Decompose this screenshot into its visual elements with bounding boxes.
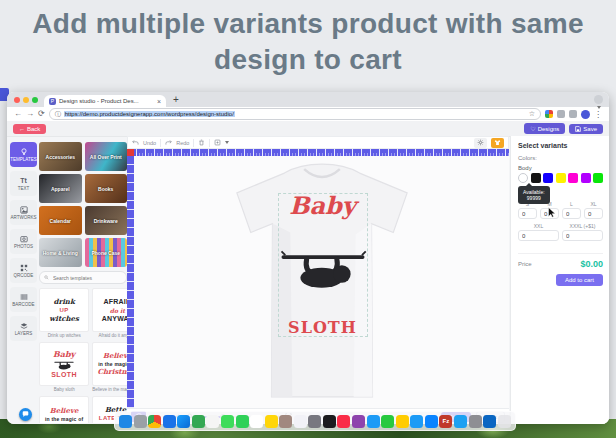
size-qty-s[interactable] [518,208,537,219]
trash-icon[interactable] [498,415,511,428]
templates-panel: Accessories All Over Print Apparel Books… [39,142,127,423]
template-afraid-do-it-anyway[interactable]: AFRAID do it ANYWAY Afraid do it anyway [92,288,127,339]
safari-icon[interactable] [177,415,190,428]
back-nav-icon[interactable]: ← [14,109,22,119]
white-swatch[interactable] [518,173,528,183]
rail-item-text[interactable]: Tt TEXT [10,171,37,196]
black-swatch[interactable] [531,173,541,183]
sloth-graphic[interactable] [279,221,367,317]
profile-avatar[interactable] [581,110,590,119]
category-books[interactable]: Books [85,174,128,203]
magenta-swatch[interactable] [568,173,578,183]
filezilla-icon[interactable]: Fz [439,415,452,428]
undo-icon[interactable] [132,139,139,146]
save-button[interactable]: Save [569,124,603,134]
bookmark-star-icon[interactable]: ☆ [529,110,535,118]
design-text-sloth[interactable]: SLOTH [288,320,357,336]
pencil-icon[interactable] [396,415,409,428]
mail-icon[interactable] [163,415,176,428]
chrome-icon[interactable] [148,415,161,428]
twitter-icon[interactable] [454,415,467,428]
site-info-icon[interactable]: ⓘ [55,110,61,119]
fit-icon[interactable] [214,139,221,146]
browser-menu-icon[interactable]: ⋮ [594,110,602,119]
calendar-icon[interactable] [250,415,263,428]
trash-icon[interactable] [198,139,205,146]
outlook-icon[interactable] [483,415,496,428]
size-qty-xxl[interactable] [518,230,559,241]
close-tab-icon[interactable]: × [157,98,161,105]
template-believe-magic-christmas-1[interactable]: Believe in the magic of Christmas Believ… [92,342,127,393]
rail-item-photos[interactable]: PHOTOS [10,229,37,254]
search-input[interactable] [51,274,122,282]
tool-rail: TEMPLATES Tt TEXT ARTWORKS PHOTOS QRCODE… [10,142,37,341]
redo-icon[interactable] [165,139,172,146]
rail-item-artworks[interactable]: ARTWORKS [10,200,37,225]
forward-nav-icon[interactable]: → [26,109,34,119]
maps-icon[interactable] [192,415,205,428]
browser-tab[interactable]: P Design studio - Product Des... × [44,95,166,107]
switch-product-button[interactable] [491,138,504,148]
minimize-window-icon[interactable] [23,97,29,103]
new-tab-button[interactable]: + [173,94,179,106]
photos-icon[interactable] [206,415,219,428]
print-area[interactable]: Baby SLOTH [278,193,368,337]
category-phone-case[interactable]: Phone Case [85,238,128,267]
numbers-icon[interactable] [381,415,394,428]
keynote-icon[interactable] [410,415,423,428]
rail-item-qrcode[interactable]: QRCODE [10,258,37,283]
contacts-icon[interactable] [279,415,292,428]
gimp-icon[interactable] [469,415,482,428]
text-icon: Tt [20,177,27,185]
template-believe-magic-christmas-2[interactable]: Believe in the magic of CHRISTMAS Believ… [39,396,89,423]
category-all-over-print[interactable]: All Over Print [85,142,128,171]
size-qty-l[interactable] [562,208,581,219]
size-qty-xl[interactable] [584,208,603,219]
category-calendar[interactable]: Calendar [39,206,82,235]
blue-swatch[interactable] [543,173,553,183]
maximize-window-icon[interactable] [32,97,38,103]
messages-icon[interactable] [221,415,234,428]
purple-swatch[interactable] [581,173,591,183]
chat-widget-button[interactable] [19,408,32,421]
finder-icon[interactable] [119,415,132,428]
size-qty-xxxl[interactable] [562,230,603,241]
extension-icon[interactable] [545,110,553,118]
design-text-baby[interactable]: Baby [289,194,356,218]
vscode-icon[interactable] [425,415,438,428]
notes-icon[interactable] [265,415,278,428]
add-to-cart-button[interactable]: Add to cart [556,274,603,286]
category-home-living[interactable]: Home & Living [39,238,82,267]
facetime-icon[interactable] [236,415,249,428]
zoom-preset-chevron-icon[interactable] [225,141,229,144]
rail-item-barcode[interactable]: BARCODE [10,287,37,312]
reminders-icon[interactable] [294,415,307,428]
template-baby-sloth[interactable]: Baby SLOTH Baby sloth [39,342,89,393]
url-text[interactable]: https://demo.productdesignerapp.com/word… [64,111,235,117]
extensions-puzzle-icon[interactable] [569,110,577,118]
category-apparel[interactable]: Apparel [39,174,82,203]
designs-button[interactable]: ♡Designs [524,123,565,134]
podcasts-icon[interactable] [352,415,365,428]
system-preferences-icon[interactable] [308,415,321,428]
design-canvas[interactable]: Baby SLOTH [134,156,509,408]
close-window-icon[interactable] [14,97,20,103]
template-drink-up-witches[interactable]: drink UP witches Drink up witches [39,288,89,339]
green-swatch[interactable] [593,173,603,183]
url-field[interactable]: ⓘ https://demo.productdesignerapp.com/wo… [49,108,541,120]
category-accessories[interactable]: Accessories [39,142,82,171]
music-icon[interactable] [337,415,350,428]
terminal-icon[interactable] [323,415,336,428]
reload-icon[interactable]: ⟳ [38,109,45,119]
tab-overflow-icon[interactable] [594,95,603,104]
rail-item-templates[interactable]: TEMPLATES [10,142,37,167]
extension-icon[interactable] [557,110,565,118]
app-store-icon[interactable] [367,415,380,428]
mouse-cursor-icon [548,207,556,218]
yellow-swatch[interactable] [556,173,566,183]
back-button[interactable]: ←Back [13,124,46,134]
settings-button[interactable] [474,138,487,148]
launchpad-icon[interactable] [134,415,147,428]
category-drinkware[interactable]: Drinkware [85,206,128,235]
rail-item-layers[interactable]: LAYERS [10,316,37,341]
